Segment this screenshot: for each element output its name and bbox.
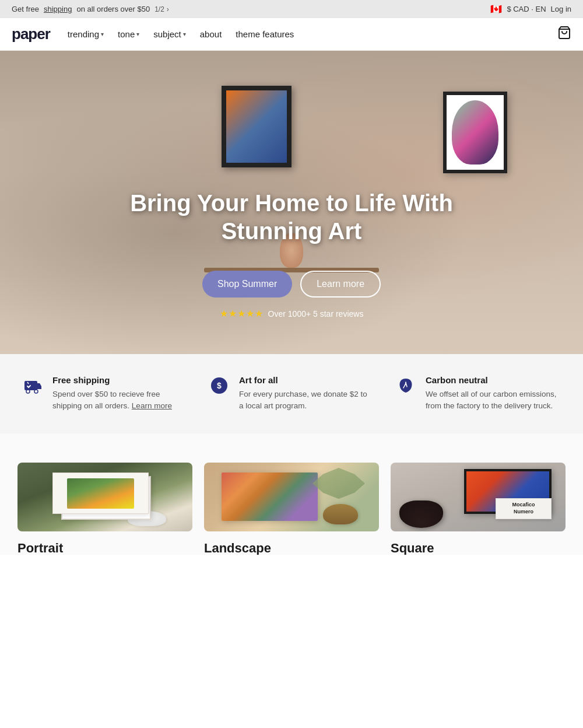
cart-button[interactable]	[557, 26, 571, 43]
products-section: Portrait Perfect for vertical spaces Sho…	[0, 433, 583, 555]
product-card-landscape: Landscape The best use of space above a …	[204, 463, 379, 532]
hero-art-frame-2	[443, 92, 507, 173]
feature-art-for-all: $ Art for all For every purchase, we don…	[210, 375, 373, 412]
feature-shipping-content: Free shipping Spend over $50 to recieve …	[52, 375, 187, 412]
product-image-landscape	[204, 463, 379, 532]
nav-item-tone[interactable]: tone ▾	[118, 29, 139, 39]
products-grid: Portrait Perfect for vertical spaces Sho…	[17, 463, 566, 532]
product-card-portrait: Portrait Perfect for vertical spaces Sho…	[17, 463, 192, 532]
shipping-link[interactable]: shipping	[44, 5, 72, 13]
product-title-landscape: Landscape	[204, 541, 379, 555]
announcement-right: 🇨🇦 $ CAD · EN Log in	[490, 4, 571, 15]
feature-art-content: Art for all For every purchase, we donat…	[239, 375, 373, 412]
portrait-art-frame	[52, 473, 149, 514]
art-for-all-icon: $	[210, 375, 231, 412]
product-title-square: Square	[391, 541, 566, 555]
reviews-text: Over 1000+ 5 star reviews	[268, 309, 364, 318]
features-strip: Free shipping Spend over $50 to recieve …	[0, 354, 583, 433]
announcement-text: Get free shipping on all orders over $50…	[12, 5, 169, 13]
feature-carbon-neutral: Carbon neutral We offset all of our carb…	[396, 375, 560, 412]
hero-buttons: Shop Summer Learn more	[202, 271, 381, 298]
shop-summer-button[interactable]: Shop Summer	[202, 271, 292, 298]
announcement-pagination[interactable]: 1/2 ›	[154, 5, 169, 13]
flag-icon: 🇨🇦	[490, 4, 502, 15]
carbon-neutral-icon	[396, 375, 417, 412]
landscape-vase	[323, 504, 358, 525]
learn-more-button[interactable]: Learn more	[300, 271, 381, 298]
login-link[interactable]: Log in	[551, 5, 571, 13]
hero-reviews: ★★★★★ Over 1000+ 5 star reviews	[220, 308, 364, 319]
hero-art-inner	[452, 100, 498, 164]
svg-point-2	[26, 390, 30, 393]
star-rating: ★★★★★	[220, 308, 264, 319]
portrait-art-content	[67, 478, 134, 509]
square-black-vase	[399, 501, 443, 528]
square-book: Mocafico Numero	[496, 498, 552, 519]
currency-selector[interactable]: $ CAD · EN	[507, 5, 546, 13]
chevron-right-icon: ›	[167, 5, 169, 13]
shipping-icon	[23, 375, 44, 412]
hero-headline: Bring Your Home to Life With Stunning Ar…	[130, 189, 453, 259]
svg-point-3	[34, 390, 38, 393]
feature-free-shipping: Free shipping Spend over $50 to recieve …	[23, 375, 187, 412]
product-title-portrait: Portrait	[17, 541, 192, 555]
nav-item-theme-features[interactable]: theme features	[236, 29, 294, 39]
nav-item-subject[interactable]: subject ▾	[153, 29, 186, 39]
product-image-square: Mocafico Numero	[391, 463, 566, 532]
feature-carbon-content: Carbon neutral We offset all of our carb…	[426, 375, 560, 412]
svg-text:$: $	[217, 381, 222, 390]
main-nav: trending ▾ tone ▾ subject ▾ about theme …	[68, 29, 540, 39]
header: paper trending ▾ tone ▾ subject ▾ about …	[0, 18, 583, 51]
product-card-square: Mocafico Numero Square Great for a geome…	[391, 463, 566, 532]
chevron-down-icon: ▾	[136, 31, 139, 37]
announcement-prefix: Get free	[12, 5, 39, 13]
chevron-down-icon: ▾	[183, 31, 186, 37]
announcement-bar: Get free shipping on all orders over $50…	[0, 0, 583, 18]
chevron-down-icon: ▾	[101, 31, 104, 37]
hero-section: Bring Your Home to Life With Stunning Ar…	[0, 51, 583, 354]
nav-item-trending[interactable]: trending ▾	[68, 29, 104, 39]
landscape-leaves	[312, 468, 365, 499]
hero-art-frame-1	[222, 86, 292, 167]
landscape-art-geometric	[222, 473, 318, 521]
announcement-suffix: on all orders over $50	[76, 5, 150, 13]
feature-shipping-link[interactable]: Learn more	[132, 401, 172, 410]
nav-item-about[interactable]: about	[200, 29, 222, 39]
product-image-portrait	[17, 463, 192, 532]
logo[interactable]: paper	[12, 25, 50, 43]
